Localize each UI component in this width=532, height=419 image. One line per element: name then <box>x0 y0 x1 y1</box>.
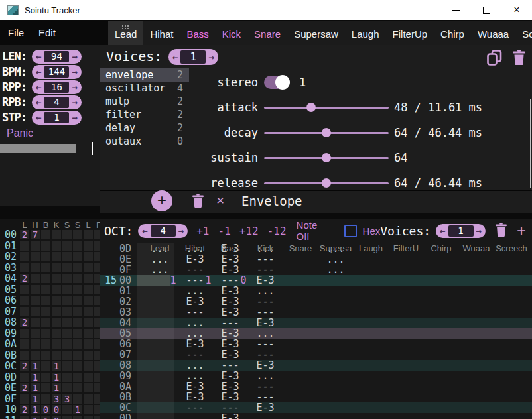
order-cell[interactable] <box>52 274 61 283</box>
tab-kick[interactable]: Kick <box>216 21 247 46</box>
note-cell[interactable]: --- <box>186 307 204 318</box>
order-cell[interactable] <box>20 263 29 272</box>
stepper-value[interactable]: 1 <box>448 225 474 237</box>
stepper-decrement-arrow[interactable]: ← <box>437 225 448 236</box>
order-cell[interactable] <box>73 373 82 382</box>
order-cell[interactable] <box>20 307 29 316</box>
delete-unit-button[interactable] <box>192 194 204 210</box>
order-cell[interactable] <box>73 351 82 360</box>
order-cell[interactable] <box>62 241 72 251</box>
note-cell[interactable]: E-3 <box>221 339 239 349</box>
order-cell[interactable] <box>84 241 93 251</box>
note-cell[interactable]: E-3 <box>221 296 239 307</box>
order-cell[interactable] <box>94 230 100 239</box>
order-cell[interactable] <box>84 351 93 360</box>
order-cell[interactable]: 1 <box>41 416 50 419</box>
order-cell[interactable] <box>41 373 50 382</box>
unit-item-filter[interactable]: filter2 <box>100 108 189 121</box>
order-cell[interactable] <box>84 318 93 327</box>
order-cell[interactable] <box>84 230 93 239</box>
unit-item-envelope[interactable]: envelope2 <box>100 68 189 82</box>
order-cell[interactable] <box>31 307 40 316</box>
note-cell[interactable]: --- <box>221 275 239 286</box>
note-cell[interactable]: --- <box>256 254 274 265</box>
maximize-button[interactable] <box>471 0 501 20</box>
order-cell[interactable] <box>73 241 82 251</box>
order-cell[interactable] <box>84 296 93 305</box>
order-cell[interactable]: 0 <box>52 405 61 414</box>
order-cell[interactable]: 3 <box>62 394 72 404</box>
param-slider[interactable] <box>264 124 389 141</box>
note-cell[interactable]: ... <box>256 286 274 296</box>
hex-checkbox[interactable] <box>344 225 357 237</box>
order-cell[interactable] <box>41 230 50 239</box>
order-cell[interactable] <box>20 351 29 360</box>
order-cell[interactable] <box>52 318 61 327</box>
order-cell[interactable] <box>31 296 40 305</box>
order-cell[interactable] <box>20 241 29 251</box>
note-cell[interactable]: --- <box>186 265 204 275</box>
order-cell[interactable] <box>20 285 29 294</box>
slider-knob[interactable] <box>322 178 331 188</box>
tab-wuaaa[interactable]: Wuaaa <box>471 21 515 46</box>
note-cell[interactable]: --- <box>221 402 239 413</box>
note-cell[interactable]: ... <box>186 328 204 339</box>
stepper-increment-arrow[interactable]: → <box>206 52 216 62</box>
order-cell[interactable] <box>73 383 82 392</box>
order-cell[interactable] <box>52 339 61 349</box>
order-cell[interactable] <box>62 416 72 419</box>
order-cell[interactable] <box>20 394 29 404</box>
order-cell[interactable] <box>73 361 82 371</box>
unit-item-delay[interactable]: delay2 <box>100 121 189 135</box>
order-cell[interactable] <box>52 285 61 294</box>
note-cell[interactable]: E-3 <box>256 402 274 413</box>
order-cell[interactable] <box>73 329 82 338</box>
tab-supersaw[interactable]: Supersaw <box>287 21 345 46</box>
order-cell[interactable] <box>62 318 72 327</box>
stepper-increment-arrow[interactable]: → <box>69 82 80 92</box>
tab-filterup[interactable]: FilterUp <box>386 21 434 46</box>
note-cell[interactable]: E-3 <box>186 339 204 349</box>
editor-scrollbar[interactable] <box>530 99 531 188</box>
order-cell[interactable]: 1 <box>52 361 61 371</box>
stepper-decrement-arrow[interactable]: ← <box>33 51 44 62</box>
note-cell[interactable]: E-3 <box>186 254 204 265</box>
order-cell[interactable] <box>62 252 72 261</box>
order-cell[interactable] <box>94 361 100 371</box>
order-cell[interactable]: 1 <box>52 383 61 392</box>
note-cell[interactable]: --- <box>256 392 274 402</box>
close-button[interactable]: × <box>501 0 532 20</box>
param-slider[interactable] <box>264 149 389 166</box>
order-cell[interactable] <box>41 263 50 272</box>
order-cell[interactable] <box>84 373 93 382</box>
stepper-decrement-arrow[interactable]: ← <box>33 97 44 107</box>
order-cell[interactable] <box>31 318 40 327</box>
note-cell[interactable]: --- <box>221 318 239 328</box>
copy-instrument-button[interactable] <box>487 50 502 69</box>
order-cell[interactable] <box>31 329 40 338</box>
order-cell[interactable] <box>41 318 50 327</box>
order-cell[interactable] <box>52 296 61 305</box>
order-cell[interactable]: 2 <box>20 230 29 239</box>
order-cell[interactable] <box>31 274 40 283</box>
note-cell[interactable]: --- <box>186 402 204 413</box>
order-cell[interactable] <box>31 351 40 360</box>
order-cell[interactable]: 0 <box>41 405 50 414</box>
order-cell[interactable]: 1 <box>31 383 40 392</box>
order-cell[interactable]: 3 <box>52 394 61 404</box>
slider-knob[interactable] <box>322 153 331 162</box>
menu-edit[interactable]: Edit <box>38 27 56 38</box>
tab-chirp[interactable]: Chirp <box>434 21 471 46</box>
order-cell[interactable] <box>62 296 72 305</box>
order-cell[interactable] <box>94 405 100 414</box>
order-cell[interactable] <box>20 416 29 419</box>
order-cell[interactable] <box>41 241 50 251</box>
stepper-increment-arrow[interactable]: → <box>69 112 80 123</box>
order-cell[interactable]: 1 <box>31 373 40 382</box>
order-cell[interactable] <box>62 339 72 349</box>
order-cell[interactable] <box>31 241 40 251</box>
param-slider[interactable] <box>264 99 389 116</box>
order-cell[interactable] <box>41 394 50 404</box>
stepper-decrement-arrow[interactable]: ← <box>170 52 180 62</box>
order-cell[interactable] <box>94 307 100 316</box>
